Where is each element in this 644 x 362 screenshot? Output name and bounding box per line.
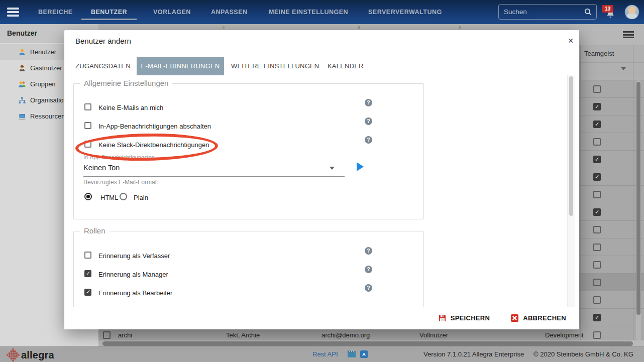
rest-api-link[interactable]: Rest API [312, 350, 338, 358]
horizontal-scrollbar-thumb[interactable] [102, 341, 633, 346]
column-header-teamgeist[interactable]: Teamgeist [584, 50, 614, 57]
help-icon[interactable] [365, 117, 372, 125]
cancel-icon [511, 314, 518, 322]
allegra-logo-dots-icon [6, 348, 20, 362]
role-checkbox-label: Erinnerung als Manager [98, 271, 168, 278]
radio-plain[interactable] [120, 193, 127, 200]
sidebar-item-label: Benutzer [30, 48, 56, 56]
email-format-label: Bevorzugtes E-Mail-Format: [83, 179, 158, 186]
a-badge-icon[interactable]: A [360, 350, 368, 360]
select-underline [83, 176, 345, 177]
general-checkbox[interactable] [84, 122, 91, 129]
help-icon[interactable] [365, 284, 372, 292]
tab-kalender[interactable]: KALENDER [328, 57, 364, 75]
teamgeist-checkbox[interactable] [593, 191, 601, 198]
nav-item-anpassen[interactable]: ANPASSEN [211, 0, 248, 24]
general-checkbox-label: Keine Slack-Direktbenachrichtigungen [98, 141, 209, 149]
teamgeist-checkbox[interactable] [593, 156, 601, 163]
sound-select[interactable]: Keinen Ton [83, 164, 120, 172]
filter-dropdown-icon[interactable] [621, 70, 626, 79]
general-checkbox[interactable] [84, 141, 91, 148]
teamgeist-checkbox[interactable] [593, 331, 601, 339]
tab-zugangsdaten[interactable]: ZUGANGSDATEN [75, 57, 131, 75]
dialog-button-bar: SPEICHERNABBRECHEN [64, 307, 579, 329]
abbrechen-button[interactable]: ABBRECHEN [511, 314, 566, 322]
copyright-text: © 2020 Steinbeis GmbH & Co. KG [533, 350, 633, 358]
nav-item-bereiche[interactable]: BEREICHE [38, 0, 73, 24]
main-menu-icon[interactable] [7, 8, 19, 17]
chevron-down-icon[interactable] [330, 170, 335, 179]
teamgeist-checkbox[interactable] [593, 314, 601, 321]
help-icon[interactable] [365, 99, 372, 106]
row-select-checkbox[interactable] [103, 331, 111, 339]
user-avatar[interactable] [624, 5, 639, 20]
role-checkbox-label: Erinnerung als Bearbeiter [98, 289, 172, 297]
speichern-button[interactable]: SPEICHERN [439, 314, 490, 322]
global-search [498, 4, 597, 20]
tab-weitere-einstellungen[interactable]: WEITERE EINSTELLUNGEN [231, 57, 319, 75]
edit-user-dialog: Benutzer ändern ZUGANGSDATENE-MAIL-ERINN… [64, 30, 579, 329]
application-window: BEREICHEBENUTZERVORLAGENANPASSENMEINE EI… [0, 0, 644, 362]
help-icon[interactable] [365, 136, 372, 144]
save-icon [439, 314, 446, 322]
teamgeist-checkbox[interactable] [593, 261, 601, 269]
cell-email: archi@demo.org [321, 331, 370, 339]
search-input[interactable] [499, 5, 596, 19]
column-divider [633, 45, 633, 340]
sound-select-label: In-App-Benachrichtigungston [83, 154, 155, 160]
play-sound-icon[interactable] [357, 162, 364, 171]
table-menu-icon[interactable] [623, 31, 634, 38]
sidebar-item-label: Gruppen [30, 80, 56, 88]
help-icon[interactable] [365, 247, 372, 255]
cell-user-type: Vollnutzer [419, 331, 448, 339]
search-icon[interactable] [584, 8, 592, 18]
role-checkbox-label: Erinnerung als Verfasser [98, 252, 170, 260]
button-label: ABBRECHEN [523, 314, 566, 322]
roles-legend: Rollen [80, 226, 110, 235]
teamgeist-checkbox[interactable] [593, 103, 601, 110]
version-text: Version 7.1.0.21 Allegra Enterprise [423, 350, 524, 358]
teamgeist-checkbox[interactable] [593, 296, 601, 304]
help-icon[interactable] [365, 266, 372, 273]
dialog-scrollbar [567, 75, 575, 307]
role-checkbox[interactable] [84, 270, 91, 277]
column-divider [580, 45, 581, 340]
radio-label: HTML [100, 194, 118, 201]
tab-e-mail-erinnerungen[interactable]: E-MAIL-ERINNERUNGEN [137, 57, 224, 75]
teamgeist-checkbox[interactable] [593, 120, 601, 128]
general-checkbox[interactable] [84, 103, 91, 110]
sidebar-item-label: Ressourcen [30, 112, 65, 120]
radio-label: Plain [134, 194, 148, 201]
teamgeist-checkbox[interactable] [593, 173, 601, 181]
teamgeist-checkbox[interactable] [593, 279, 601, 286]
teamgeist-checkbox[interactable] [593, 138, 601, 146]
close-icon[interactable] [566, 36, 576, 46]
teamgeist-checkbox[interactable] [593, 226, 601, 233]
user-icon [18, 48, 26, 56]
cell-department: Development [545, 331, 584, 339]
role-checkbox[interactable] [84, 252, 91, 259]
resources-icon [18, 112, 26, 120]
sidebar-item-label: Gastnutzer [30, 64, 62, 72]
nav-item-serververwaltung[interactable]: SERVERVERWALTUNG [368, 0, 442, 24]
guest-user-icon [18, 64, 26, 72]
vertical-scrollbar-thumb[interactable] [636, 82, 640, 315]
role-checkbox[interactable] [84, 289, 91, 296]
clapperboard-icon[interactable] [347, 350, 356, 360]
general-checkbox-label: Keine E-Mails an mich [98, 104, 163, 111]
toolbar-icon-fragment [459, 26, 461, 29]
radio-html[interactable] [84, 193, 92, 200]
allegra-logo[interactable]: allegra [6, 348, 20, 361]
nav-item-meine-einstellungen[interactable]: MEINE EINSTELLUNGEN [269, 0, 348, 24]
nav-item-benutzer[interactable]: BENUTZER [81, 0, 137, 24]
general-checkbox-label: In-App-Benachrichtigungen abschalten [98, 123, 211, 130]
brand-name: allegra [21, 349, 54, 361]
teamgeist-checkbox[interactable] [593, 244, 601, 251]
table-horizontal-scrollbar [98, 340, 644, 346]
teamgeist-checkbox[interactable] [593, 208, 601, 216]
dialog-scrollbar-thumb[interactable] [569, 76, 573, 216]
table-vertical-scrollbar [636, 80, 641, 340]
org-chart-icon [18, 96, 26, 104]
nav-item-vorlagen[interactable]: VORLAGEN [153, 0, 191, 24]
teamgeist-checkbox[interactable] [593, 85, 601, 93]
